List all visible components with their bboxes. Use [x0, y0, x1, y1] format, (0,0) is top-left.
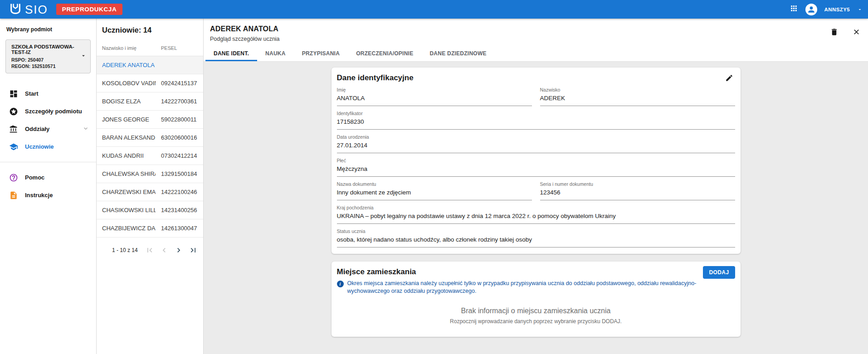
entity-selector-caret-icon: [80, 53, 87, 61]
table-row[interactable]: KOSOLOBOV VADIM09242415137: [97, 74, 203, 92]
table-row[interactable]: JONES GEORGE59022800011: [97, 111, 203, 129]
add-residence-button[interactable]: DODAJ: [703, 266, 735, 279]
entity-rspo: RSPO: 250407: [11, 57, 78, 63]
table-row[interactable]: ADEREK ANATOLA: [97, 56, 203, 74]
page-subtitle: Podgląd szczegółów ucznia: [210, 36, 868, 42]
residence-empty-state: Brak informacji o miejscu zamieszkania u…: [332, 307, 741, 334]
sidebar-divider: [0, 162, 96, 162]
sidebar-item-label: Pomoc: [25, 174, 44, 181]
graduation-cap-icon: [9, 142, 18, 151]
table-row[interactable]: CHASIKOWSKI LILLY14231400256: [97, 201, 203, 219]
pagination-range-label: 1 - 10 z 14: [112, 247, 138, 253]
field-plec: Płeć Mężczyzna: [337, 158, 735, 177]
field-identyfikator: Identyfikator 17158230: [337, 111, 735, 130]
sidebar-item-label: Oddziały: [25, 126, 49, 132]
field-nazwa-dokumentu: Nazwa dokumentu Inny dokument ze zdjęcie…: [337, 181, 532, 200]
topbar-right: ANNSZY5: [790, 4, 863, 15]
student-list-title: Uczniowie: 14: [97, 19, 203, 34]
sidebar-item-pomoc[interactable]: Pomoc: [0, 169, 96, 186]
column-header-pesel: PESEL: [161, 45, 198, 51]
empty-state-hint: Rozpocznij wprowadzanie danych poprzez w…: [332, 318, 741, 325]
sidebar-item-instrukcje[interactable]: Instrukcje: [0, 186, 96, 204]
sidebar-menu: Start Szczegóły podmiotu Oddziały: [0, 85, 96, 204]
entity-selector[interactable]: SZKOŁA PODSTAWOWA-TEST-IZ RSPO: 250407 R…: [5, 39, 91, 73]
user-menu-caret-icon[interactable]: [857, 7, 863, 12]
table-row[interactable]: CHAZBIJEWICZ DA...14261300047: [97, 219, 203, 238]
entity-regon: REGON: 152510571: [11, 63, 78, 69]
table-row[interactable]: CHARZEWSKI EMA14222100246: [97, 183, 203, 201]
table-row[interactable]: CHALEWSKA SHIRA13291500184: [97, 165, 203, 183]
tab-dane-ident[interactable]: DANE IDENT.: [205, 47, 257, 61]
chevron-down-icon: [83, 125, 89, 133]
app-root: SIO PREPRODUKCJA ANNSZY5 Wybrany podmiot…: [0, 0, 868, 354]
identification-card-title: Dane identyfikacyjne: [332, 68, 741, 82]
student-list-rows: ADEREK ANATOLA KOSOLOBOV VADIM0924241513…: [97, 56, 203, 238]
last-page-button[interactable]: [188, 245, 199, 256]
sio-logo[interactable]: SIO: [9, 2, 48, 17]
field-data-urodzenia: Data urodzenia 27.01.2014: [337, 134, 735, 153]
column-header-name: Nazwisko i imię: [102, 45, 156, 51]
help-icon: [9, 173, 18, 182]
document-icon: [9, 191, 18, 200]
apps-grid-icon[interactable]: [790, 4, 798, 15]
topbar: SIO PREPRODUKCJA ANNSZY5: [0, 0, 868, 19]
sidebar-item-szczegoly-podmiotu[interactable]: Szczegóły podmiotu: [0, 102, 96, 120]
field-status-ucznia: Status ucznia osoba, której nadano statu…: [337, 228, 735, 247]
sidebar-item-start[interactable]: Start: [0, 85, 96, 102]
tab-dane-dziedzinowe[interactable]: DANE DZIEDZINOWE: [421, 47, 494, 61]
close-icon: [852, 28, 861, 36]
table-row[interactable]: BARAN ALEKSAND...63020600016: [97, 129, 203, 147]
sidebar-item-label: Szczegóły podmiotu: [25, 108, 82, 115]
sio-logo-icon: [9, 2, 22, 17]
identification-fields: Imię ANATOLA Nazwisko ADEREK Identyfikat…: [332, 82, 741, 254]
bank-icon: [9, 125, 18, 134]
student-list-headers: Nazwisko i imię PESEL: [97, 42, 203, 56]
detail-body: Dane identyfikacyjne Imię ANATOLA Nazwis…: [204, 62, 868, 354]
residence-card-title: Miejsce zamieszkania: [332, 262, 741, 276]
field-seria-numer-dokumentu: Seria i numer dokumentu 123456: [540, 181, 735, 200]
first-page-button[interactable]: [144, 245, 155, 256]
student-detail-panel: ADEREK ANATOLA Podgląd szczegółów ucznia…: [204, 19, 868, 354]
close-detail-button[interactable]: [852, 28, 861, 38]
table-row[interactable]: BOGISZ ELZA14222700361: [97, 92, 203, 111]
detail-actions: [830, 28, 861, 38]
delete-student-button[interactable]: [830, 28, 839, 38]
identification-card: Dane identyfikacyjne Imię ANATOLA Nazwis…: [332, 68, 741, 254]
tab-przypisania[interactable]: PRZYPISANIA: [294, 47, 348, 61]
sidebar-item-uczniowie[interactable]: Uczniowie: [0, 138, 96, 155]
pencil-icon: [725, 74, 733, 82]
field-nazwisko: Nazwisko ADEREK: [540, 87, 735, 106]
field-imie: Imię ANATOLA: [337, 87, 532, 106]
sidebar: Wybrany podmiot SZKOŁA PODSTAWOWA-TEST-I…: [0, 19, 97, 354]
sidebar-item-label: Start: [25, 90, 39, 97]
previous-page-button[interactable]: [159, 245, 170, 256]
user-avatar-icon[interactable]: [805, 4, 817, 15]
detail-header: ADEREK ANATOLA Podgląd szczegółów ucznia: [204, 19, 868, 42]
sidebar-item-oddzialy[interactable]: Oddziały: [0, 120, 96, 138]
logo-text: SIO: [25, 4, 48, 15]
sidebar-item-label: Uczniowie: [25, 143, 54, 150]
dashboard-icon: [9, 89, 18, 98]
next-page-button[interactable]: [173, 245, 184, 256]
entity-name: SZKOŁA PODSTAWOWA-TEST-IZ: [11, 44, 78, 55]
table-row[interactable]: KUDAS ANDRII07302412214: [97, 147, 203, 165]
tab-orzeczenia-opinie[interactable]: ORZECZENIA/OPINIE: [348, 47, 421, 61]
edit-identification-button[interactable]: [725, 74, 733, 83]
residence-card: Miejsce zamieszkania DODAJ i Okres miejs…: [332, 262, 741, 337]
info-icon: i: [337, 281, 344, 287]
field-kraj-pochodzenia: Kraj pochodzenia UKRAINA – pobyt legalny…: [337, 205, 735, 224]
trash-icon: [830, 28, 839, 36]
residence-info: i Okres miejsca zamieszkania należy uzup…: [332, 276, 741, 295]
username[interactable]: ANNSZY5: [824, 7, 850, 12]
detail-tabbar: DANE IDENT. NAUKA PRZYPISANIA ORZECZENIA…: [204, 47, 868, 62]
residence-info-text: Okres miejsca zamieszkania należy uzupeł…: [347, 280, 713, 295]
student-list-panel: Uczniowie: 14 Nazwisko i imię PESEL ADER…: [97, 19, 204, 354]
selected-entity-label: Wybrany podmiot: [6, 26, 96, 33]
environment-badge: PREPRODUKCJA: [56, 4, 122, 15]
page-title: ADEREK ANATOLA: [210, 25, 868, 33]
pagination: 1 - 10 z 14: [97, 240, 203, 260]
star-circle-icon: [9, 107, 18, 116]
tab-nauka[interactable]: NAUKA: [257, 47, 294, 61]
sidebar-item-label: Instrukcje: [25, 192, 53, 199]
empty-state-title: Brak informacji o miejscu zamieszkania u…: [332, 307, 741, 315]
